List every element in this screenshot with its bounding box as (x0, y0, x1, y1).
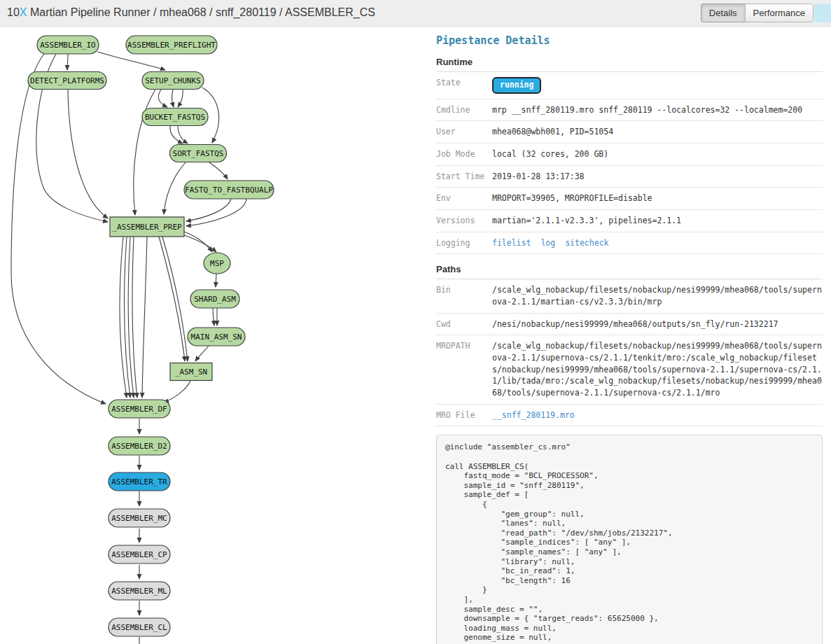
page-title: 10X Martian Pipeline Runner / mhea068 / … (7, 6, 375, 19)
detail-row-logging: Loggingfilelistlogsitecheck (436, 232, 823, 255)
graph-node-ASSEMBLER_MC[interactable]: ASSEMBLER_MC (109, 509, 170, 527)
section-heading-paths: Paths (436, 264, 823, 279)
graph-edge (172, 90, 174, 107)
graph-node-ASSEMBLER_D2[interactable]: ASSEMBLER_D2 (109, 437, 170, 455)
detail-row-versions: Versionsmartian='2.1.1-v2.3.3', pipeline… (436, 210, 823, 232)
graph-nodes: ASSEMBLER_IOASSEMBLER_PREFLIGHTDETECT_PL… (28, 36, 274, 636)
graph-node-DETECT_PLATFORMS[interactable]: DETECT_PLATFORMS (28, 72, 106, 90)
graph-node-SETUP_CHUNKS[interactable]: SETUP_CHUNKS (142, 72, 204, 90)
graph-edge (159, 237, 185, 361)
pipestance-details-panel: Pipestance Details RuntimeStaterunningCm… (436, 27, 823, 644)
logging-link-filelist[interactable]: filelist (492, 238, 531, 248)
logging-link-sitecheck[interactable]: sitecheck (565, 238, 608, 248)
graph-edge (97, 52, 165, 70)
row-label: MROPATH (436, 340, 492, 398)
row-label: State (436, 77, 492, 94)
logging-link-log[interactable]: log (540, 238, 555, 248)
pipeline-graph: ASSEMBLER_IOASSEMBLER_PREFLIGHTDETECT_PL… (0, 27, 434, 644)
row-label: Start Time (436, 171, 492, 183)
row-label: Bin (436, 284, 492, 307)
node-label: ASSEMBLER_PREFLIGHT (127, 41, 216, 50)
graph-node-SORT_FASTQS[interactable]: SORT_FASTQS (170, 145, 227, 162)
row-value: /nesi/nobackup/nesi99999/mhea068/outputs… (492, 318, 823, 330)
state-badge: running (492, 77, 541, 94)
row-value: MROPORT=39905, MROPROFILE=disable (492, 192, 823, 204)
graph-node-MSP[interactable]: MSP (204, 253, 230, 274)
graph-edge (120, 237, 127, 398)
row-value: local (32 cores, 200 GB) (492, 148, 823, 160)
node-label: ASSEMBLER_ML (111, 587, 167, 596)
node-label: SHARD_ASM (194, 295, 236, 304)
node-label: ASSEMBLER_TR (111, 477, 167, 486)
graph-edge (216, 274, 216, 287)
node-label: MAIN_ASM_SN (191, 332, 242, 342)
row-label: Job Mode (436, 148, 492, 160)
detail-row-bin: Bin/scale_wlg_nobackup/filesets/nobackup… (436, 279, 823, 313)
graph-edge (186, 199, 231, 221)
graph-node-BUCKET_FASTQS[interactable]: BUCKET_FASTQS (142, 108, 208, 126)
graph-node-SHARD_ASM[interactable]: SHARD_ASM (190, 290, 239, 308)
graph-node-ASSEMBLER_DF[interactable]: ASSEMBLER_DF (109, 400, 170, 418)
graph-edge (178, 90, 183, 107)
row-value: mhea068@wbh001, PID=51054 (492, 126, 823, 138)
detail-row-job-mode: Job Modelocal (32 cores, 200 GB) (436, 144, 823, 166)
brand-x: X (20, 6, 27, 18)
graph-edge (142, 237, 147, 398)
performance-button[interactable]: Performance (745, 4, 813, 22)
brand-10: 10 (7, 6, 20, 18)
node-label: ASSEMBLER_CP (111, 550, 167, 559)
row-label: Cmdline (436, 104, 492, 116)
detail-row-state: Staterunning (436, 72, 823, 99)
graph-node-MAIN_ASM_SN[interactable]: MAIN_ASM_SN (188, 328, 245, 346)
detail-row-cwd: Cwd/nesi/nobackup/nesi99999/mhea068/outp… (436, 314, 823, 336)
mro-file-link[interactable]: __snff_280119.mro (492, 410, 575, 420)
view-toggle-group: Details Performance (701, 4, 813, 22)
row-value: filelistlogsitecheck (492, 237, 823, 249)
row-value: running (492, 77, 823, 94)
graph-edge (209, 162, 228, 179)
top-navbar: 10X Martian Pipeline Runner / mhea068 / … (0, 0, 831, 27)
graph-edge (170, 126, 183, 144)
mro-code-block: @include "assembler_cs.mro" call ASSEMBL… (436, 435, 823, 644)
node-label: BUCKET_FASTQS (145, 113, 205, 122)
detail-row-mropath: MROPATH/scale_wlg_nobackup/filesets/noba… (436, 335, 823, 404)
row-value: martian='2.1.1-v2.3.3', pipelines=2.1.1 (492, 215, 823, 227)
row-value: /scale_wlg_nobackup/filesets/nobackup/ne… (492, 284, 823, 307)
row-value: 2019-01-28 13:17:38 (492, 171, 823, 183)
graph-node-ASSEMBLER_PREFLIGHT[interactable]: ASSEMBLER_PREFLIGHT (126, 36, 217, 54)
graph-node-ASSEMBLER_CP[interactable]: ASSEMBLER_CP (109, 545, 170, 564)
row-label: Env (436, 192, 492, 204)
graph-edge (213, 308, 214, 326)
graph-node-ASSEMBLER_CL[interactable]: ASSEMBLER_CL (109, 618, 170, 636)
detail-sections: RuntimeStaterunningCmdlinemrp __snff_280… (436, 57, 823, 426)
row-value: /scale_wlg_nobackup/filesets/nobackup/ne… (492, 340, 823, 398)
node-label: MSP (210, 259, 224, 268)
node-label: _ASM_SN (175, 368, 207, 377)
detail-row-start-time: Start Time2019-01-28 13:17:38 (436, 166, 823, 188)
graph-node-FASTQ_TO_FASTBQUALP[interactable]: FASTQ_TO_FASTBQUALP (184, 181, 274, 199)
graph-edge (11, 54, 106, 404)
graph-edge (132, 237, 137, 398)
row-label: Logging (436, 237, 492, 249)
graph-node-_ASSEMBLER_PREP[interactable]: _ASSEMBLER_PREP (110, 217, 184, 237)
graph-edge (162, 237, 188, 361)
details-button[interactable]: Details (701, 4, 745, 22)
graph-node-ASSEMBLER_IO[interactable]: ASSEMBLER_IO (37, 36, 99, 54)
row-value: mrp __snff_280119.mro snff_280119 --loca… (492, 104, 823, 116)
section-heading-runtime: Runtime (436, 57, 823, 72)
graph-node-ASSEMBLER_TR[interactable]: ASSEMBLER_TR (109, 472, 170, 491)
detail-row-env: EnvMROPORT=39905, MROPROFILE=disable (436, 188, 823, 210)
row-label: User (436, 126, 492, 138)
node-label: ASSEMBLER_IO (40, 41, 95, 50)
row-label: Versions (436, 215, 492, 227)
graph-node-ASSEMBLER_ML[interactable]: ASSEMBLER_ML (109, 582, 170, 600)
node-label: FASTQ_TO_FASTBQUALP (185, 186, 273, 195)
graph-edge (184, 235, 216, 252)
header-accent-strip (814, 4, 831, 22)
node-label: _ASSEMBLER_PREP (112, 223, 182, 232)
graph-edge (158, 90, 167, 107)
panel-title: Pipestance Details (436, 34, 823, 47)
graph-edge (68, 90, 108, 218)
graph-node-_ASM_SN[interactable]: _ASM_SN (170, 363, 212, 381)
detail-row-mro-file: MRO File__snff_280119.mro (436, 405, 823, 427)
